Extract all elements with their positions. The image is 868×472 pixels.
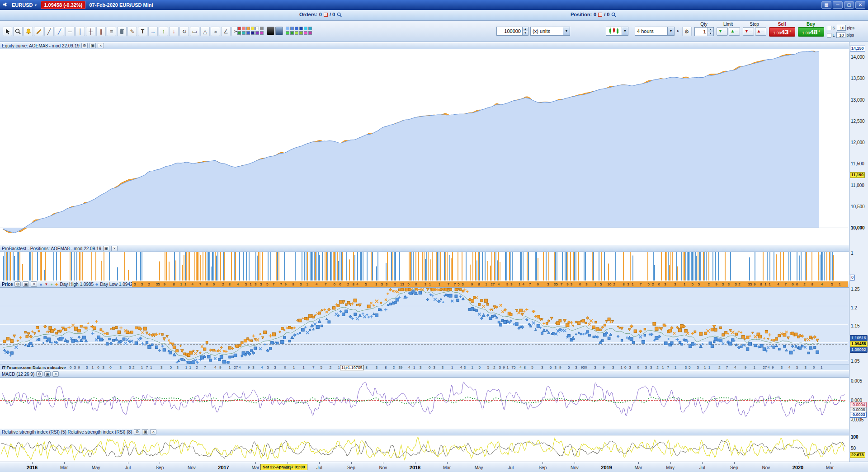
- close-icon[interactable]: ×: [52, 371, 59, 377]
- close-icon[interactable]: ×: [150, 429, 156, 435]
- palette-swatch[interactable]: [295, 27, 298, 30]
- sell-button[interactable]: 1.09433: [769, 27, 795, 37]
- window-icon[interactable]: ▣: [103, 246, 109, 251]
- timeframe-select[interactable]: 4 hours ▼: [635, 27, 675, 36]
- wrench-icon[interactable]: ⚙: [36, 371, 42, 377]
- palette-swatch[interactable]: [246, 27, 250, 30]
- wrench-icon[interactable]: ⚙: [14, 281, 21, 287]
- layout-grid-icon[interactable]: ▦: [821, 1, 831, 9]
- palette-swatch[interactable]: [251, 31, 255, 35]
- limit-pips-checkbox[interactable]: [827, 33, 831, 37]
- price-axis-gutter[interactable]: 14,00013,50013,00012,50012,00011,50011,0…: [849, 42, 868, 462]
- channel-tool[interactable]: ∥: [96, 27, 106, 36]
- positions-chart-canvas[interactable]: [0, 252, 849, 280]
- arrow-right-tool[interactable]: →: [148, 27, 158, 36]
- alert-tool[interactable]: [24, 27, 33, 36]
- wrench-icon[interactable]: ⚙: [81, 43, 88, 48]
- limit-buy-button[interactable]: ▲─: [729, 27, 740, 36]
- minimize-button[interactable]: ─: [833, 1, 843, 9]
- palette-swatch[interactable]: [242, 31, 245, 35]
- brush-tool[interactable]: ✎: [127, 27, 137, 36]
- qty-stepper[interactable]: ▲▼: [694, 27, 714, 36]
- symbol-selector[interactable]: EURUSD ▼: [12, 2, 37, 8]
- quantity-input[interactable]: [496, 27, 523, 36]
- arrow-down-tool[interactable]: ↓: [169, 27, 179, 36]
- collapse-panel-icon[interactable]: ▸: [677, 28, 679, 33]
- stop-pips-input[interactable]: [837, 25, 846, 31]
- zoom-tool[interactable]: [13, 27, 23, 36]
- palette-swatch[interactable]: [260, 27, 264, 30]
- stop-pips-checkbox[interactable]: [827, 26, 831, 30]
- speaker-icon[interactable]: [3, 2, 8, 8]
- maximize-button[interactable]: ▢: [844, 1, 854, 9]
- orders-list-icon[interactable]: [324, 13, 328, 17]
- trash-tool[interactable]: [117, 27, 127, 36]
- close-icon[interactable]: ×: [98, 43, 104, 48]
- rsi-panel-header[interactable]: Relative strength index (RSI) (5) Relati…: [0, 428, 849, 435]
- arrow-up-tool[interactable]: ↑: [159, 27, 168, 36]
- palette-swatch[interactable]: [304, 27, 307, 30]
- search-positions-icon[interactable]: [611, 12, 616, 17]
- window-icon[interactable]: ▣: [142, 429, 148, 435]
- palette-swatch[interactable]: [255, 27, 259, 30]
- equity-panel-header[interactable]: Equity curve: AOEMA8 - mod 22.09.19 ⚙ ▣ …: [0, 42, 849, 49]
- quantity-stepper[interactable]: ▲▼: [496, 27, 528, 36]
- rotate-tool[interactable]: ↻: [179, 27, 189, 36]
- text-tool[interactable]: T: [138, 27, 147, 36]
- stop-buy-button[interactable]: ▲─: [755, 27, 766, 36]
- palette-swatch[interactable]: [260, 31, 264, 35]
- qty-spin-buttons[interactable]: ▲▼: [708, 27, 714, 36]
- vertical-line-tool[interactable]: │: [75, 27, 85, 36]
- palette-swatch[interactable]: [255, 31, 259, 35]
- search-orders-icon[interactable]: [337, 12, 342, 17]
- rectangle-tool[interactable]: ▭: [190, 27, 199, 36]
- wrench-icon[interactable]: ⚙: [134, 429, 140, 435]
- shade-blue-swatch[interactable]: [275, 27, 283, 35]
- angle-tool[interactable]: ∠: [221, 27, 231, 36]
- fibonacci-tool[interactable]: ≡: [107, 27, 116, 36]
- palette-swatch[interactable]: [242, 27, 245, 30]
- order-settings-icon[interactable]: ⚙: [682, 27, 692, 36]
- palette-swatch[interactable]: [251, 27, 255, 30]
- palette-swatch[interactable]: [237, 27, 241, 30]
- palette-swatch[interactable]: [246, 31, 250, 35]
- qty-input[interactable]: [694, 27, 708, 36]
- up-marker-icon[interactable]: ▲: [39, 282, 42, 286]
- pointer-tool[interactable]: [3, 27, 12, 36]
- horizontal-line-tool[interactable]: ─: [65, 27, 75, 36]
- rsi-chart-canvas[interactable]: [0, 435, 849, 462]
- close-icon[interactable]: ×: [111, 246, 118, 251]
- limit-sell-button[interactable]: ▼─: [717, 27, 728, 36]
- time-axis[interactable]: Sat 22-Apr-2017 01:00 2016MarMayJulSepNo…: [0, 462, 868, 472]
- units-select[interactable]: (x) units ▼: [530, 27, 570, 36]
- quantity-spin-buttons[interactable]: ▲▼: [523, 27, 528, 36]
- ray-tool[interactable]: ╱: [55, 27, 64, 36]
- palette-swatch[interactable]: [290, 27, 294, 30]
- add-indicator-icon[interactable]: ＋: [50, 282, 53, 287]
- chart-style-button[interactable]: ▼: [606, 27, 628, 36]
- close-button[interactable]: ✕: [855, 1, 865, 9]
- shade-dark-swatch[interactable]: [267, 27, 274, 35]
- cross-tool[interactable]: ┼: [86, 27, 95, 36]
- palette-swatch[interactable]: [308, 27, 312, 30]
- price-panel-header[interactable]: Price ⚙ ▣ × ▲ ▼ ＋ ◆ Day High 1.0985 ◆ Da…: [0, 280, 849, 288]
- wave-tool[interactable]: ≈: [211, 27, 220, 36]
- stop-sell-button[interactable]: ▼─: [743, 27, 754, 36]
- palette-swatch[interactable]: [308, 31, 312, 35]
- window-icon[interactable]: ▣: [44, 371, 51, 377]
- palette-swatch[interactable]: [299, 31, 303, 35]
- palette-swatch[interactable]: [286, 31, 289, 35]
- macd-chart-canvas[interactable]: [0, 378, 849, 428]
- palette-swatch[interactable]: [295, 31, 298, 35]
- equity-chart-canvas[interactable]: [0, 50, 849, 245]
- macd-panel-header[interactable]: MACD (12 26 9) ⚙ ▣ ×: [0, 370, 849, 378]
- position-list-icon[interactable]: [598, 13, 602, 17]
- price-chart-canvas[interactable]: [0, 288, 849, 364]
- palette-swatch[interactable]: [290, 31, 294, 35]
- palette-swatch[interactable]: [299, 27, 303, 30]
- positions-panel-header[interactable]: ProBacktest - Positions: AOEMA8 - mod 22…: [0, 245, 849, 252]
- palette-swatch[interactable]: [304, 31, 307, 35]
- pencil-tool[interactable]: [34, 27, 43, 36]
- close-icon[interactable]: ×: [31, 281, 37, 287]
- triangle-tool[interactable]: △: [200, 27, 210, 36]
